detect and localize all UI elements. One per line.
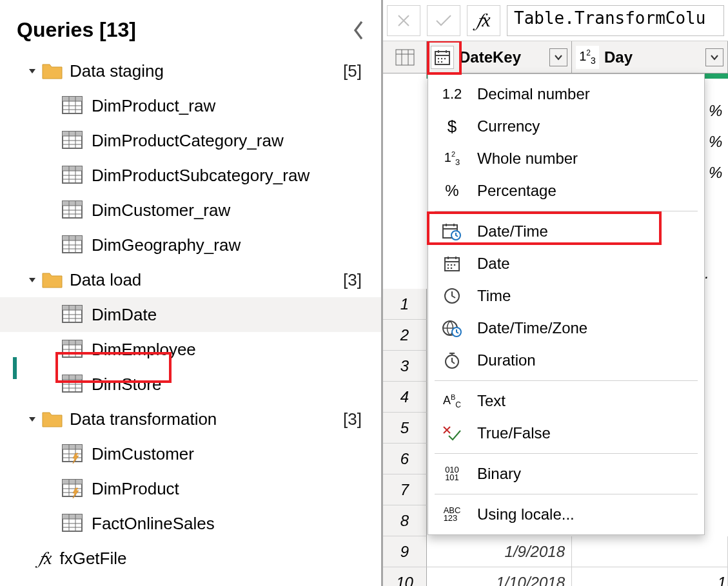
row-index[interactable]: 10 <box>383 567 427 586</box>
svg-point-83 <box>438 57 439 59</box>
queries-panel: Queries [13] Data staging[5]DimProduct_r… <box>0 0 382 586</box>
row-index[interactable]: 6 <box>383 444 427 474</box>
query-group[interactable]: Data transformation[3] <box>0 402 381 436</box>
cell-day[interactable]: 1 <box>572 567 728 586</box>
date-type-icon[interactable] <box>431 46 454 69</box>
table-icon <box>62 340 84 359</box>
cell-peek: % <box>709 126 728 157</box>
type-menu-item[interactable]: %Percentage <box>428 175 704 207</box>
query-label: DimCustomer_raw <box>92 200 230 220</box>
type-menu-item[interactable]: Time <box>428 280 704 312</box>
query-item[interactable]: DimProductSubcategory_raw <box>0 158 381 193</box>
query-item-fx[interactable]: 𝑓xfxGetFile <box>0 541 381 576</box>
group-label: Data load <box>70 270 343 290</box>
svg-point-97 <box>448 264 449 266</box>
percent-icon: % <box>440 182 464 200</box>
svg-point-84 <box>441 57 442 59</box>
cancel-button[interactable] <box>387 5 420 36</box>
table-icon <box>62 444 84 464</box>
svg-rect-81 <box>435 52 449 64</box>
query-item[interactable]: DimProduct_raw <box>0 88 381 123</box>
column-header-day[interactable]: 123 Day <box>572 41 728 73</box>
type-menu-item[interactable]: Date/Time <box>428 215 704 248</box>
table-icon <box>62 131 84 150</box>
query-label: DimDate <box>92 305 157 325</box>
type-menu-item[interactable]: 123Whole number <box>428 142 704 175</box>
query-group[interactable]: Data staging[5] <box>0 54 381 88</box>
query-item[interactable]: DimProduct <box>0 471 381 506</box>
fx-icon[interactable]: 𝑓x <box>467 5 500 36</box>
confirm-button[interactable] <box>427 5 460 36</box>
expand-caret-icon[interactable] <box>27 275 41 285</box>
table-options-icon[interactable] <box>383 41 427 73</box>
query-item[interactable]: FactOnlineSales <box>0 506 381 541</box>
svg-rect-1 <box>63 97 82 101</box>
svg-point-99 <box>454 264 456 266</box>
type-menu-item[interactable]: 1.2Decimal number <box>428 78 704 110</box>
type-menu-item[interactable]: $Currency <box>428 110 704 142</box>
menu-item-label: Text <box>477 392 506 410</box>
type-menu-item[interactable]: True/False <box>428 417 704 449</box>
query-label: DimProduct_raw <box>92 96 215 116</box>
expand-caret-icon[interactable] <box>27 66 41 76</box>
cell-datekey[interactable]: 1/10/2018 <box>427 567 572 586</box>
type-menu-item[interactable]: Duration <box>428 344 704 376</box>
duration-icon <box>440 351 464 369</box>
row-index[interactable]: 1 <box>383 289 427 320</box>
row-index[interactable]: 5 <box>383 413 427 444</box>
svg-point-85 <box>444 57 446 59</box>
column-filter-dropdown-icon[interactable] <box>549 48 567 66</box>
type-menu-item[interactable]: ABCText <box>428 385 704 417</box>
query-label: DimGeography_raw <box>92 235 241 255</box>
table-icon <box>62 375 84 394</box>
expand-caret-icon[interactable] <box>27 414 41 424</box>
collapse-panel-chevron-icon[interactable] <box>353 21 364 40</box>
column-filter-dropdown-icon[interactable] <box>705 48 723 66</box>
queries-tree: Data staging[5]DimProduct_rawDimProductC… <box>0 54 381 576</box>
table-icon <box>62 514 84 533</box>
whole-number-type-icon[interactable]: 123 <box>576 46 599 69</box>
table-icon <box>62 96 84 115</box>
folder-icon <box>41 410 63 428</box>
menu-item-label: Duration <box>477 351 536 369</box>
svg-rect-57 <box>63 445 82 449</box>
query-item[interactable]: DimGeography_raw <box>0 228 381 262</box>
svg-rect-29 <box>63 236 82 240</box>
type-menu-item[interactable]: Date/Time/Zone <box>428 312 704 344</box>
table-icon <box>62 479 84 498</box>
cell-day[interactable] <box>572 536 728 567</box>
svg-rect-22 <box>63 201 82 206</box>
row-index[interactable]: 3 <box>383 351 427 382</box>
query-item[interactable]: DimStore <box>0 367 381 402</box>
menu-item-label: Using locale... <box>477 505 575 523</box>
table-icon <box>62 305 84 324</box>
cell-datekey[interactable]: 1/9/2018 <box>427 536 572 567</box>
cell-peek: % <box>709 95 728 126</box>
query-item[interactable]: DimCustomer_raw <box>0 193 381 228</box>
svg-rect-36 <box>63 306 82 310</box>
type-menu-item[interactable]: 010101Binary <box>428 458 704 490</box>
query-label: DimProduct <box>92 479 179 499</box>
query-item[interactable]: DimProductCategory_raw <box>0 123 381 158</box>
group-label: Data staging <box>70 61 343 81</box>
query-group[interactable]: Data load[3] <box>0 262 381 297</box>
type-menu-item[interactable]: Date <box>428 248 704 280</box>
query-item[interactable]: DimEmployee <box>0 332 381 367</box>
row-index[interactable]: 4 <box>383 382 427 413</box>
group-count: [3] <box>343 270 362 290</box>
svg-point-101 <box>451 268 453 269</box>
query-item[interactable]: DimDate <box>0 297 381 332</box>
menu-item-label: True/False <box>477 424 551 442</box>
currency-icon: $ <box>440 117 464 137</box>
column-header-datekey[interactable]: DateKey <box>427 41 572 73</box>
formula-input[interactable]: Table.TransformColu <box>507 5 724 36</box>
type-menu-item[interactable]: ABC123Using locale... <box>428 498 704 531</box>
menu-item-label: Currency <box>477 117 540 135</box>
query-item[interactable]: DimCustomer <box>0 436 381 471</box>
svg-rect-95 <box>445 258 459 271</box>
row-index[interactable]: 2 <box>383 320 427 351</box>
row-index[interactable]: 7 <box>383 474 427 505</box>
row-index[interactable]: 9 <box>383 536 427 567</box>
table-icon <box>62 200 84 220</box>
row-index[interactable]: 8 <box>383 505 427 536</box>
